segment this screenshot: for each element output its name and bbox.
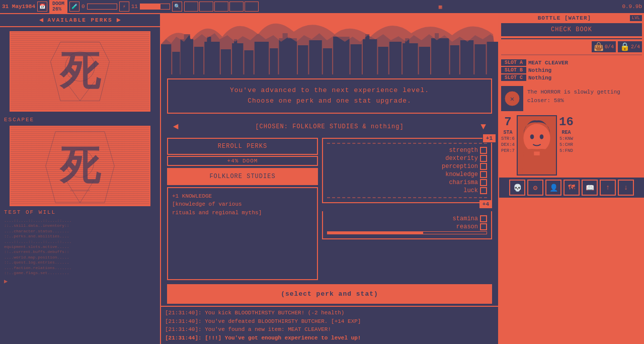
hud-btn2[interactable] bbox=[199, 2, 213, 12]
hud-btn1[interactable] bbox=[184, 2, 198, 12]
svg-rect-23 bbox=[363, 39, 377, 74]
map-icon-btn[interactable]: 🗺 bbox=[564, 180, 580, 196]
hud-btn5[interactable] bbox=[245, 2, 259, 12]
hud-search-icon[interactable]: 🔍 bbox=[172, 2, 182, 12]
knowledge-checkbox[interactable] bbox=[480, 171, 487, 178]
hud-btn3[interactable] bbox=[214, 2, 228, 12]
svg-point-1 bbox=[66, 150, 94, 178]
stamina-checkbox[interactable] bbox=[480, 215, 487, 222]
right-bottom-icons: 💀 ⚙ 👤 🗺 📖 ↑ ↓ bbox=[499, 178, 644, 198]
svg-point-40 bbox=[530, 134, 534, 139]
capacity-icon: 👜 0/4 bbox=[592, 41, 616, 52]
slot-c-label: SLOT C bbox=[501, 74, 526, 81]
hud-bar2-value: 11 bbox=[131, 4, 138, 10]
knw-stat: 5:KNW bbox=[559, 136, 573, 141]
left-arrow-icon[interactable]: ◄ bbox=[39, 16, 43, 24]
perk-desc-line1: +1 KNOWLEDGE bbox=[172, 192, 313, 201]
reason-label: reason bbox=[456, 223, 478, 230]
item-name: BOTTLE [WATER] bbox=[501, 15, 628, 21]
rea-section: 16 REA 5:KNW 5:CHR 5:FND bbox=[559, 115, 574, 176]
hud-date: 31 May1984 bbox=[2, 4, 35, 10]
hud-texture-icon: ▦ bbox=[439, 4, 442, 10]
horror-icon: ✕ bbox=[501, 86, 523, 111]
character-portrait-top: 死 bbox=[10, 31, 150, 112]
svg-rect-4 bbox=[172, 52, 180, 74]
left-log-area: ....::....::....::....::.... ::..skill.d… bbox=[0, 216, 160, 344]
svg-rect-21 bbox=[333, 37, 349, 74]
select-button[interactable]: (select perk and stat) bbox=[167, 284, 492, 304]
svg-rect-19 bbox=[309, 40, 321, 74]
strength-checkbox[interactable] bbox=[480, 147, 487, 154]
svg-rect-29 bbox=[419, 47, 430, 74]
main-layout: ◄ AVAILABLE PERKS ► 死 ESCAPEE 死 bbox=[0, 14, 644, 344]
svg-rect-11 bbox=[232, 43, 243, 74]
rea-label: REA bbox=[561, 130, 571, 135]
right-divider-2 bbox=[501, 54, 642, 55]
svg-rect-3 bbox=[161, 44, 171, 74]
dexterity-checkbox[interactable] bbox=[480, 155, 487, 162]
perks-stats-row: REROLL PERKS +4% DOOM FOLKLORE STUDIES +… bbox=[167, 138, 492, 280]
folklore-studies-button[interactable]: FOLKLORE STUDIES bbox=[167, 168, 318, 185]
log-line-4: [21:31:44]: [!!!] You've got enough expe… bbox=[165, 334, 494, 342]
luck-checkbox[interactable] bbox=[480, 187, 487, 194]
arrow-up-icon-btn[interactable]: ↑ bbox=[600, 180, 616, 196]
svg-rect-34 bbox=[474, 44, 486, 74]
doom-value: 26% bbox=[52, 7, 61, 12]
gear-icon-btn[interactable]: ⚙ bbox=[527, 180, 543, 196]
strength-label: strength bbox=[449, 147, 478, 154]
perception-checkbox[interactable] bbox=[480, 163, 487, 170]
check-book-button[interactable]: CHECK BOOK bbox=[501, 23, 642, 36]
right-top-bar: BOTTLE [WATER] LVL bbox=[499, 14, 644, 22]
str-stat: STR:6 bbox=[501, 136, 515, 141]
capacity-1: 0/4 bbox=[605, 44, 614, 50]
log-line-1: [21:31:40]: You kick BLOODTHIRSTY BUTCHE… bbox=[165, 309, 494, 317]
city-skyline bbox=[161, 14, 498, 74]
character-portrait-bottom: 死 bbox=[10, 126, 150, 206]
fnd-stat: 5:FND bbox=[559, 148, 573, 153]
lvl-badge: LVL bbox=[630, 15, 642, 21]
stat-row-stamina: stamina bbox=[327, 215, 487, 222]
hud-action-buttons bbox=[184, 2, 259, 12]
reason-checkbox[interactable] bbox=[480, 223, 487, 230]
folklore-label: FOLKLORE STUDIES bbox=[209, 173, 275, 180]
chosen-text: [CHOSEN: FOLKLORE STUDIES & nothing] bbox=[255, 123, 404, 130]
right-arrow-icon[interactable]: ► bbox=[117, 16, 121, 24]
dex-stat: DEX:4 bbox=[501, 142, 515, 147]
slot-a-label: SLOT A bbox=[501, 59, 526, 66]
sta-label: STA bbox=[504, 130, 513, 135]
doom-cost: +4% DOOM bbox=[227, 158, 258, 164]
svg-rect-22 bbox=[351, 44, 362, 74]
horror-text: The HORROR is slowly getting closer: 58% bbox=[525, 86, 642, 111]
reroll-label: REROLL PERKS bbox=[172, 143, 313, 150]
skull-icon-btn[interactable]: 💀 bbox=[509, 180, 525, 196]
test-of-will-label: TEST OF WILL bbox=[0, 208, 160, 216]
chosen-arrow-left[interactable]: ◄ bbox=[173, 122, 179, 132]
stat-row-charisma: charisma bbox=[327, 179, 487, 186]
chosen-line: ◄ [CHOSEN: FOLKLORE STUDIES & nothing] ▼ bbox=[167, 120, 492, 134]
stat-row-strength: strength bbox=[327, 147, 487, 154]
stamina-progress-bar bbox=[327, 231, 487, 234]
charisma-checkbox[interactable] bbox=[480, 179, 487, 186]
book-icon-btn[interactable]: 📖 bbox=[582, 180, 598, 196]
perk-desc-line3: rituals and regional myths] bbox=[172, 209, 313, 217]
hud-version: 0.9.9b bbox=[622, 4, 642, 10]
stats-column: +1 strength dexterity perception bbox=[322, 138, 492, 280]
arrow-down-icon-btn[interactable]: ↓ bbox=[618, 180, 634, 196]
svg-rect-16 bbox=[279, 38, 297, 74]
hud-btn4[interactable] bbox=[229, 2, 244, 12]
person-icon-btn[interactable]: 👤 bbox=[545, 180, 561, 196]
knowledge-label: knowledge bbox=[445, 171, 478, 178]
level-up-line2: Choose one perk and one stat upgrade. bbox=[176, 96, 483, 107]
svg-rect-25 bbox=[378, 47, 388, 74]
capacity-row: 👜 0/4 🔒 2/4 bbox=[499, 40, 644, 53]
slot-row-c: SLOT C Nothing bbox=[501, 74, 642, 81]
right-character-portrait bbox=[517, 115, 557, 176]
stats-dashed-top bbox=[327, 143, 487, 144]
doom-label: DOOM bbox=[52, 1, 64, 7]
chosen-arrow-right[interactable]: ▼ bbox=[480, 122, 486, 132]
reroll-perks-button[interactable]: REROLL PERKS bbox=[167, 138, 318, 155]
sta-section: 7 STA STR:6 DEX:4 PER:7 bbox=[501, 115, 515, 176]
perk-desc-line2: [knowledge of various bbox=[172, 200, 313, 209]
hud-exp-bar bbox=[140, 4, 170, 10]
charisma-label: charisma bbox=[449, 179, 478, 186]
